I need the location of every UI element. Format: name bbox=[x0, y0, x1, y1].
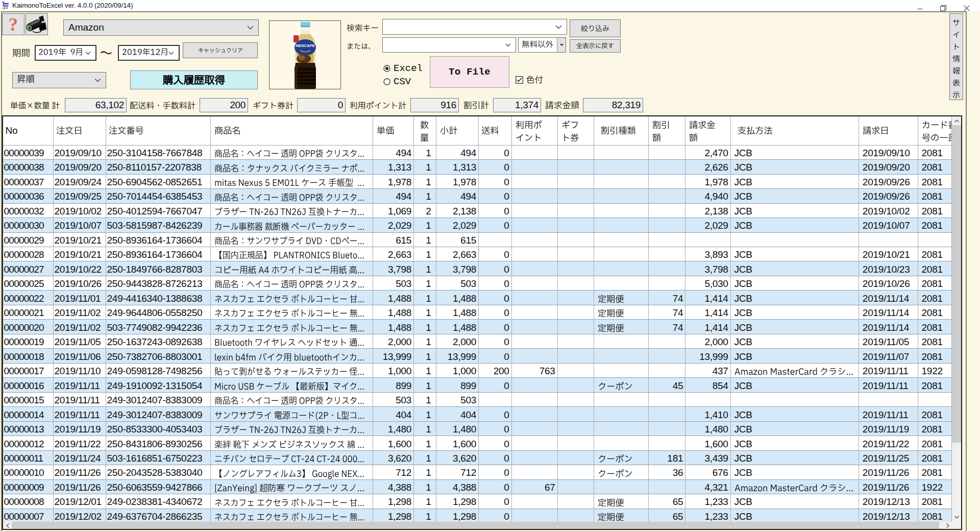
svg-text:NESCAFE: NESCAFE bbox=[296, 43, 315, 48]
